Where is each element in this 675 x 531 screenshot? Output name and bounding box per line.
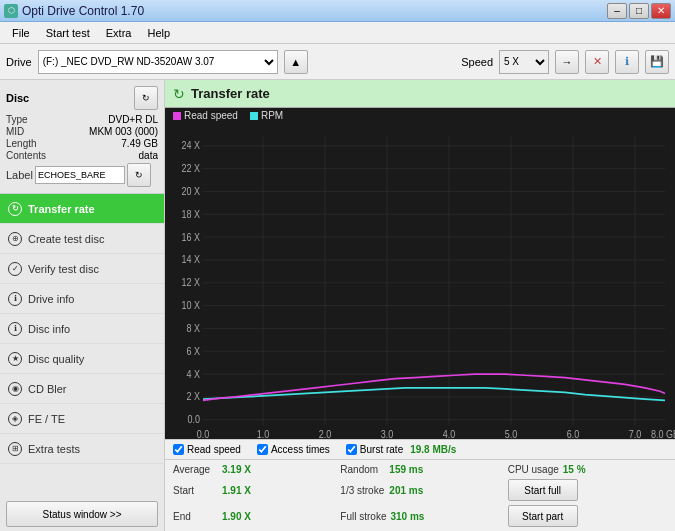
disc-info-icon: ℹ bbox=[8, 322, 22, 336]
save-button[interactable]: 💾 bbox=[645, 50, 669, 74]
toolbar: Drive (F:) _NEC DVD_RW ND-3520AW 3.07 ▲ … bbox=[0, 44, 675, 80]
svg-text:6 X: 6 X bbox=[187, 345, 201, 357]
full-stroke-label: Full stroke bbox=[340, 511, 386, 522]
svg-text:16 X: 16 X bbox=[182, 231, 201, 243]
start-value: 1.91 X bbox=[222, 485, 267, 496]
transfer-rate-icon: ↻ bbox=[8, 202, 22, 216]
legend-rpm: RPM bbox=[250, 110, 283, 121]
nav-items: ↻ Transfer rate ⊕ Create test disc ✓ Ver… bbox=[0, 194, 164, 497]
nav-transfer-rate[interactable]: ↻ Transfer rate bbox=[0, 194, 164, 224]
svg-text:3.0: 3.0 bbox=[381, 428, 393, 439]
nav-cd-bler[interactable]: ◉ CD Bler bbox=[0, 374, 164, 404]
menubar: File Start test Extra Help bbox=[0, 22, 675, 44]
start-full-button[interactable]: Start full bbox=[508, 479, 578, 501]
disc-quality-icon: ★ bbox=[8, 352, 22, 366]
disc-mid-row: MID MKM 003 (000) bbox=[6, 126, 158, 137]
minimize-button[interactable]: – bbox=[607, 3, 627, 19]
stats-area: Average 3.19 X Random 159 ms CPU usage 1… bbox=[165, 459, 675, 531]
legend-read-speed-label: Read speed bbox=[184, 110, 238, 121]
info-button[interactable]: ℹ bbox=[615, 50, 639, 74]
nav-fe-te-label: FE / TE bbox=[28, 413, 65, 425]
chart-legend: Read speed RPM bbox=[165, 108, 675, 123]
nav-extra-tests[interactable]: ⊞ Extra tests bbox=[0, 434, 164, 464]
svg-text:1.0: 1.0 bbox=[257, 428, 269, 439]
drive-select[interactable]: (F:) _NEC DVD_RW ND-3520AW 3.07 bbox=[38, 50, 278, 74]
read-speed-check-item: Read speed bbox=[173, 444, 241, 455]
start-full-row: Start full bbox=[508, 479, 667, 501]
main-layout: Disc ↻ Type DVD+R DL MID MKM 003 (000) L… bbox=[0, 80, 675, 531]
menu-file[interactable]: File bbox=[4, 25, 38, 41]
svg-rect-0 bbox=[165, 123, 675, 439]
average-label: Average bbox=[173, 464, 218, 475]
legend-read-speed: Read speed bbox=[173, 110, 238, 121]
nav-drive-info[interactable]: ℹ Drive info bbox=[0, 284, 164, 314]
end-label: End bbox=[173, 511, 218, 522]
close-button[interactable]: ✕ bbox=[651, 3, 671, 19]
stroke13-label: 1/3 stroke bbox=[340, 485, 385, 496]
nav-drive-info-label: Drive info bbox=[28, 293, 74, 305]
menu-extra[interactable]: Extra bbox=[98, 25, 140, 41]
speed-apply-button[interactable]: → bbox=[555, 50, 579, 74]
drive-info-icon: ℹ bbox=[8, 292, 22, 306]
nav-fe-te[interactable]: ◈ FE / TE bbox=[0, 404, 164, 434]
drive-eject-button[interactable]: ▲ bbox=[284, 50, 308, 74]
svg-text:18 X: 18 X bbox=[182, 208, 201, 220]
read-speed-checkbox[interactable] bbox=[173, 444, 184, 455]
chart-svg: 24 X 22 X 20 X 18 X 16 X 14 X 12 X 10 X … bbox=[165, 123, 675, 439]
fe-te-icon: ◈ bbox=[8, 412, 22, 426]
disc-length-row: Length 7.49 GB bbox=[6, 138, 158, 149]
svg-text:7.0: 7.0 bbox=[629, 428, 641, 439]
burst-rate-checkbox[interactable] bbox=[346, 444, 357, 455]
burst-rate-value: 19.8 MB/s bbox=[410, 444, 456, 455]
chart-controls: Read speed Access times Burst rate 19.8 … bbox=[165, 439, 675, 459]
disc-refresh-button[interactable]: ↻ bbox=[134, 86, 158, 110]
random-value: 159 ms bbox=[389, 464, 434, 475]
legend-read-speed-dot bbox=[173, 112, 181, 120]
verify-test-disc-icon: ✓ bbox=[8, 262, 22, 276]
nav-disc-info[interactable]: ℹ Disc info bbox=[0, 314, 164, 344]
titlebar-buttons: – □ ✕ bbox=[607, 3, 671, 19]
access-times-checkbox[interactable] bbox=[257, 444, 268, 455]
menu-help[interactable]: Help bbox=[139, 25, 178, 41]
maximize-button[interactable]: □ bbox=[629, 3, 649, 19]
svg-text:10 X: 10 X bbox=[182, 299, 201, 311]
start-label: Start bbox=[173, 485, 218, 496]
legend-rpm-dot bbox=[250, 112, 258, 120]
drive-label: Drive bbox=[6, 56, 32, 68]
nav-create-test-disc-label: Create test disc bbox=[28, 233, 104, 245]
cpu-stat-row: CPU usage 15 % bbox=[508, 464, 667, 475]
titlebar: ⬡ Opti Drive Control 1.70 – □ ✕ bbox=[0, 0, 675, 22]
svg-text:8 X: 8 X bbox=[187, 322, 201, 334]
svg-text:22 X: 22 X bbox=[182, 163, 201, 175]
speed-label: Speed bbox=[461, 56, 493, 68]
extra-tests-icon: ⊞ bbox=[8, 442, 22, 456]
access-times-check-item: Access times bbox=[257, 444, 330, 455]
nav-create-test-disc[interactable]: ⊕ Create test disc bbox=[0, 224, 164, 254]
speed-select[interactable]: 5 X bbox=[499, 50, 549, 74]
svg-text:2.0: 2.0 bbox=[319, 428, 331, 439]
menu-start-test[interactable]: Start test bbox=[38, 25, 98, 41]
cd-bler-icon: ◉ bbox=[8, 382, 22, 396]
svg-text:4.0: 4.0 bbox=[443, 428, 455, 439]
start-stat-row: Start 1.91 X bbox=[173, 479, 332, 501]
full-stroke-value: 310 ms bbox=[390, 511, 435, 522]
erase-button[interactable]: ✕ bbox=[585, 50, 609, 74]
average-value: 3.19 X bbox=[222, 464, 267, 475]
disc-title: Disc bbox=[6, 92, 29, 104]
nav-disc-quality[interactable]: ★ Disc quality bbox=[0, 344, 164, 374]
start-part-button[interactable]: Start part bbox=[508, 505, 578, 527]
svg-text:14 X: 14 X bbox=[182, 254, 201, 266]
svg-text:0.0: 0.0 bbox=[197, 428, 209, 439]
disc-panel: Disc ↻ Type DVD+R DL MID MKM 003 (000) L… bbox=[0, 80, 164, 194]
sidebar: Disc ↻ Type DVD+R DL MID MKM 003 (000) L… bbox=[0, 80, 165, 531]
access-times-check-label: Access times bbox=[271, 444, 330, 455]
status-window-button[interactable]: Status window >> bbox=[6, 501, 158, 527]
cpu-value: 15 % bbox=[563, 464, 608, 475]
disc-label-input[interactable] bbox=[35, 166, 125, 184]
disc-label-refresh-button[interactable]: ↻ bbox=[127, 163, 151, 187]
disc-type-row: Type DVD+R DL bbox=[6, 114, 158, 125]
chart-header: ↻ Transfer rate bbox=[165, 80, 675, 108]
nav-verify-test-disc[interactable]: ✓ Verify test disc bbox=[0, 254, 164, 284]
cpu-label: CPU usage bbox=[508, 464, 559, 475]
svg-text:8.0 GB: 8.0 GB bbox=[651, 428, 675, 439]
